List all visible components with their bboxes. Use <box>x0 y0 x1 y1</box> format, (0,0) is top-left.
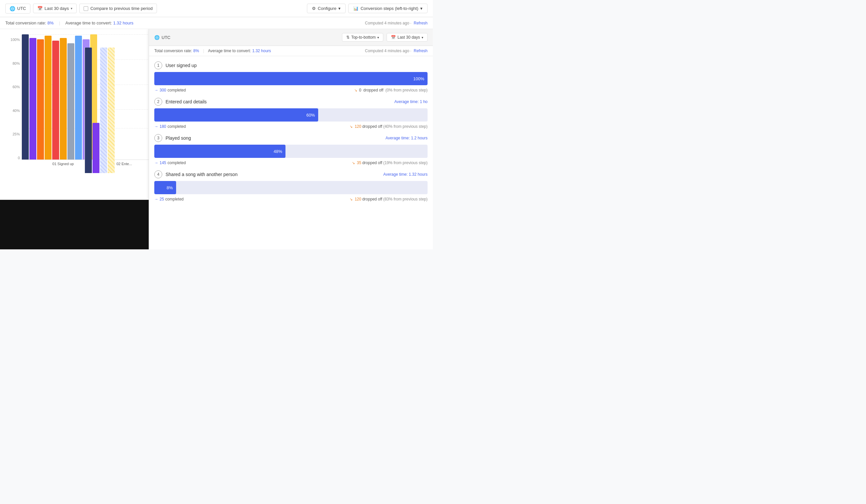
stats-divider: | <box>59 21 60 25</box>
chevron-down-icon: ▾ <box>71 7 73 10</box>
globe-icon: 🌐 <box>10 6 15 11</box>
overlay-date-chevron-icon: ▾ <box>422 36 423 39</box>
step-4-metrics: → 25 completed ↘ 120 dropped off (83% fr… <box>154 197 428 201</box>
overlay-refresh-link[interactable]: Refresh <box>414 48 428 53</box>
overlay-stats-divider: | <box>203 48 204 53</box>
overlay-computed-text: Computed 4 minutes ago <box>365 48 409 53</box>
computed-time-text: Computed 4 minutes ago <box>365 21 409 25</box>
sort-icon: ⇅ <box>346 35 349 40</box>
overlay-stats-bar: Total conversion rate: 8% | Average time… <box>149 46 433 56</box>
step-2-dropped-label: dropped off <box>362 124 382 129</box>
step-4-number: 4 <box>154 170 162 178</box>
step-3-progress-container: 48% <box>154 145 428 158</box>
step-1-progress-label: 100% <box>413 76 424 81</box>
overlay-globe-icon: 🌐 <box>154 35 159 40</box>
step-3-arrow-icon: → <box>154 160 158 165</box>
configure-chevron-icon: ▾ <box>338 6 341 11</box>
step-1-completed-label: completed <box>167 88 186 92</box>
funnel-step-4: 4 Shared a song with another person Aver… <box>154 170 428 201</box>
step-2-completed-count: 180 <box>159 124 166 129</box>
step-1-dropped-text: 0 dropped off (0% from previous step) <box>359 88 428 92</box>
step-4-completed-count: 25 <box>159 197 164 201</box>
sort-button[interactable]: ⇅ Top-to-bottom ▾ <box>342 33 383 42</box>
sort-label: Top-to-bottom <box>351 35 376 40</box>
overlay-controls: ⇅ Top-to-bottom ▾ 📅 Last 30 days ▾ <box>342 33 428 42</box>
y-label-40: 40% <box>5 109 20 113</box>
configure-button[interactable]: ⚙ Configure ▾ <box>307 4 346 13</box>
step-3-dropped-label: dropped off <box>362 160 382 165</box>
bar-1-6 <box>60 38 67 159</box>
top-toolbar: 🌐 UTC 📅 Last 30 days ▾ Compare to previo… <box>0 0 433 17</box>
sort-chevron-icon: ▾ <box>377 36 379 39</box>
total-conversion-label: Total conversion rate: <box>5 21 46 25</box>
step-3-number: 3 <box>154 134 162 142</box>
overlay-calendar-icon: 📅 <box>391 35 396 40</box>
step-4-progress-bar: 8% <box>154 181 176 194</box>
step-2-arrow-icon: → <box>154 124 158 129</box>
step-2-metrics: → 180 completed ↘ 120 dropped off (40% f… <box>154 124 428 129</box>
step-2-progress-label: 60% <box>306 113 315 117</box>
bar-2-2 <box>92 123 99 173</box>
step-1-title: User signed up <box>166 63 428 68</box>
utc-label: UTC <box>17 6 26 11</box>
y-label-100: 100% <box>5 38 20 42</box>
overlay-timezone: 🌐 UTC <box>154 35 170 40</box>
utc-button[interactable]: 🌐 UTC <box>5 4 30 13</box>
step-4-arrow-icon: → <box>154 197 158 201</box>
step-2-drop-icon: ↘ <box>349 124 353 129</box>
stats-dot: · <box>410 21 411 25</box>
overlay-avg-label: Average time to convert: <box>208 48 251 53</box>
main-content: 100% 80% 60% 40% 25% 0 <box>0 29 433 249</box>
step-4-title: Shared a song with another person <box>166 172 383 177</box>
bar-1-5 <box>52 41 59 159</box>
step-4-progress-container: 8% <box>154 181 428 194</box>
overlay-conversion-label: Total conversion rate: <box>154 48 192 53</box>
step-2-dropped-pct: (40% from previous step) <box>383 124 428 129</box>
refresh-link[interactable]: Refresh <box>414 21 428 25</box>
step-3-drop-icon: ↘ <box>352 161 355 165</box>
overlay-conversion-value: 8% <box>193 48 199 53</box>
bar-1-7 <box>67 43 74 159</box>
bar-2-4 <box>108 47 115 173</box>
step-1-number: 1 <box>154 61 162 69</box>
y-label-60: 60% <box>5 85 20 89</box>
step-2-progress-bar: 60% <box>154 108 318 122</box>
compare-checkbox <box>84 6 88 11</box>
step-3-avg-time: Average time: 1.2 hours <box>386 136 428 141</box>
date-range-button[interactable]: 📅 Last 30 days ▾ <box>33 4 77 13</box>
funnel-step-2: 2 Entered card details Average time: 1 h… <box>154 98 428 129</box>
step-4-progress-label: 8% <box>167 185 173 190</box>
y-label-80: 80% <box>5 61 20 65</box>
step-3-completed-label: completed <box>167 160 186 165</box>
step-2-avg-time: Average time: 1 ho <box>394 99 428 104</box>
compare-button[interactable]: Compare to previous time period <box>79 4 157 13</box>
step-1-completed-count: 300 <box>159 88 166 92</box>
step-2-progress-container: 60% <box>154 108 428 122</box>
overlay-date-button[interactable]: 📅 Last 30 days ▾ <box>387 33 428 42</box>
bar-1-3 <box>37 39 44 159</box>
total-conversion-value: 8% <box>47 21 54 25</box>
configure-icon: ⚙ <box>312 6 316 11</box>
conversion-steps-button[interactable]: 📊 Conversion steps (left-to-right) ▾ <box>348 4 428 13</box>
step-3-dropped-count: 35 <box>357 160 361 165</box>
step-2-title: Entered card details <box>166 99 394 104</box>
overlay-timezone-label: UTC <box>162 35 170 40</box>
step-3-metrics: → 145 completed ↘ 35 dropped off (19% fr… <box>154 160 428 165</box>
step-1-arrow-icon: → <box>154 88 158 92</box>
y-label-25: 25% <box>5 132 20 136</box>
step-4-avg-time: Average time: 1.32 hours <box>383 172 428 177</box>
step-2-completed-label: completed <box>167 124 186 129</box>
bar-2-1 <box>85 47 92 173</box>
stats-bar: Total conversion rate: 8% | Average time… <box>0 17 433 29</box>
configure-label: Configure <box>318 6 336 11</box>
step-3-completed-count: 145 <box>159 160 166 165</box>
bar-1-8 <box>75 36 82 159</box>
steps-icon: 📊 <box>353 6 358 11</box>
funnel-steps-container: 1 User signed up 100% → 300 completed ↘ <box>149 56 433 249</box>
step-4-dropped-count: 120 <box>355 197 361 201</box>
overlay-date-label: Last 30 days <box>398 35 420 40</box>
step-2-number: 2 <box>154 98 162 106</box>
step-4-dropped-label: dropped off <box>362 197 382 201</box>
overlay-header: 🌐 UTC ⇅ Top-to-bottom ▾ 📅 Last 30 days ▾ <box>149 29 433 46</box>
bar-2-3 <box>100 47 107 173</box>
